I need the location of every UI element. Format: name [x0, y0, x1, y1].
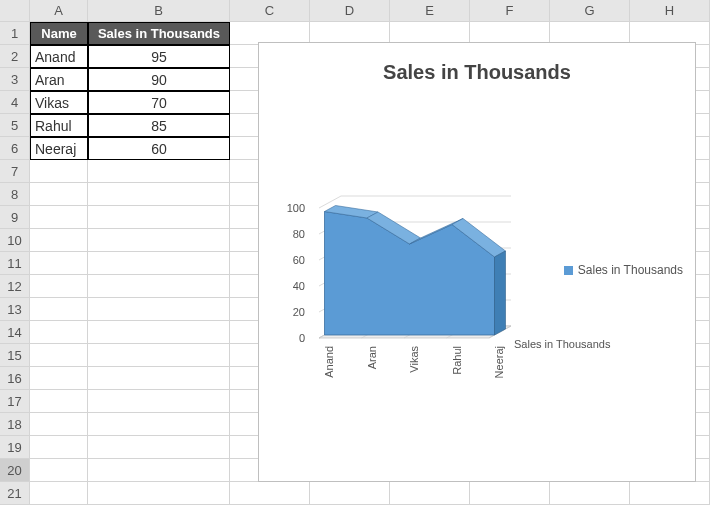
cell-A8[interactable]: [30, 183, 88, 206]
col-header-C[interactable]: C: [230, 0, 310, 22]
cell-B14[interactable]: [88, 321, 230, 344]
col-header-G[interactable]: G: [550, 0, 630, 22]
cell-A10[interactable]: [30, 229, 88, 252]
embedded-chart[interactable]: Sales in Thousands 020406080100 AnandAra…: [258, 42, 696, 482]
cell-B17[interactable]: [88, 390, 230, 413]
x-tick-label: Anand: [323, 346, 335, 378]
cell-B12[interactable]: [88, 275, 230, 298]
cell-B20[interactable]: [88, 459, 230, 482]
row-header-18[interactable]: 18: [0, 413, 30, 436]
col-header-H[interactable]: H: [630, 0, 710, 22]
cell-A3[interactable]: Aran: [30, 68, 88, 91]
col-header-E[interactable]: E: [390, 0, 470, 22]
cell-A17[interactable]: [30, 390, 88, 413]
cell-B16[interactable]: [88, 367, 230, 390]
y-tick-label: 40: [293, 280, 305, 292]
cell-B10[interactable]: [88, 229, 230, 252]
cell-A19[interactable]: [30, 436, 88, 459]
col-header-D[interactable]: D: [310, 0, 390, 22]
depth-axis-label: Sales in Thousands: [514, 338, 610, 350]
svg-marker-23: [495, 251, 506, 335]
x-tick-label: Aran: [366, 346, 378, 369]
cell-B6[interactable]: 60: [88, 137, 230, 160]
cell-B1[interactable]: Sales in Thousands: [88, 22, 230, 45]
cell-B19[interactable]: [88, 436, 230, 459]
cell-B21[interactable]: [88, 482, 230, 505]
x-tick-label: Vikas: [408, 346, 420, 373]
cell-A4[interactable]: Vikas: [30, 91, 88, 114]
cell-B3[interactable]: 90: [88, 68, 230, 91]
cell-A7[interactable]: [30, 160, 88, 183]
row-header-2[interactable]: 2: [0, 45, 30, 68]
x-tick-label: Rahul: [451, 346, 463, 375]
cell-A2[interactable]: Anand: [30, 45, 88, 68]
chart-plot-area: 020406080100 AnandAranVikasRahulNeeraj: [279, 208, 539, 338]
cell-D21[interactable]: [310, 482, 390, 505]
cell-A21[interactable]: [30, 482, 88, 505]
col-header-F[interactable]: F: [470, 0, 550, 22]
row-header-8[interactable]: 8: [0, 183, 30, 206]
col-header-B[interactable]: B: [88, 0, 230, 22]
y-tick-label: 60: [293, 254, 305, 266]
cell-B7[interactable]: [88, 160, 230, 183]
row-header-19[interactable]: 19: [0, 436, 30, 459]
cell-A16[interactable]: [30, 367, 88, 390]
cell-B18[interactable]: [88, 413, 230, 436]
col-header-A[interactable]: A: [30, 0, 88, 22]
row-header-21[interactable]: 21: [0, 482, 30, 505]
cell-E21[interactable]: [390, 482, 470, 505]
cell-B2[interactable]: 95: [88, 45, 230, 68]
cell-A20[interactable]: [30, 459, 88, 482]
cell-B4[interactable]: 70: [88, 91, 230, 114]
row-header-15[interactable]: 15: [0, 344, 30, 367]
row-header-12[interactable]: 12: [0, 275, 30, 298]
cell-A5[interactable]: Rahul: [30, 114, 88, 137]
cell-A9[interactable]: [30, 206, 88, 229]
row-header-6[interactable]: 6: [0, 137, 30, 160]
cell-B8[interactable]: [88, 183, 230, 206]
row-header-14[interactable]: 14: [0, 321, 30, 344]
cell-A18[interactable]: [30, 413, 88, 436]
area-chart-svg: [309, 198, 539, 348]
row-header-17[interactable]: 17: [0, 390, 30, 413]
cell-B5[interactable]: 85: [88, 114, 230, 137]
row-header-9[interactable]: 9: [0, 206, 30, 229]
cell-G21[interactable]: [550, 482, 630, 505]
cell-B13[interactable]: [88, 298, 230, 321]
select-all-corner[interactable]: [0, 0, 30, 22]
y-tick-label: 100: [287, 202, 305, 214]
chart-title: Sales in Thousands: [259, 43, 695, 94]
x-tick-label: Neeraj: [493, 346, 505, 378]
cell-B15[interactable]: [88, 344, 230, 367]
cell-B9[interactable]: [88, 206, 230, 229]
row-header-10[interactable]: 10: [0, 229, 30, 252]
cell-F21[interactable]: [470, 482, 550, 505]
y-tick-label: 20: [293, 306, 305, 318]
cell-C21[interactable]: [230, 482, 310, 505]
cell-A6[interactable]: Neeraj: [30, 137, 88, 160]
row-header-13[interactable]: 13: [0, 298, 30, 321]
row-header-16[interactable]: 16: [0, 367, 30, 390]
cell-A12[interactable]: [30, 275, 88, 298]
cell-H21[interactable]: [630, 482, 710, 505]
row-header-20[interactable]: 20: [0, 459, 30, 482]
cell-A11[interactable]: [30, 252, 88, 275]
x-axis-ticks: AnandAranVikasRahulNeeraj: [319, 346, 519, 416]
y-tick-label: 0: [299, 332, 305, 344]
row-header-4[interactable]: 4: [0, 91, 30, 114]
y-tick-label: 80: [293, 228, 305, 240]
row-header-3[interactable]: 3: [0, 68, 30, 91]
cell-A13[interactable]: [30, 298, 88, 321]
row-header-11[interactable]: 11: [0, 252, 30, 275]
row-header-5[interactable]: 5: [0, 114, 30, 137]
row-header-7[interactable]: 7: [0, 160, 30, 183]
cell-A1[interactable]: Name: [30, 22, 88, 45]
y-axis-ticks: 020406080100: [279, 208, 307, 338]
cell-A14[interactable]: [30, 321, 88, 344]
legend-label: Sales in Thousands: [578, 263, 683, 277]
chart-legend: Sales in Thousands: [564, 263, 683, 277]
legend-swatch: [564, 266, 573, 275]
cell-B11[interactable]: [88, 252, 230, 275]
cell-A15[interactable]: [30, 344, 88, 367]
row-header-1[interactable]: 1: [0, 22, 30, 45]
